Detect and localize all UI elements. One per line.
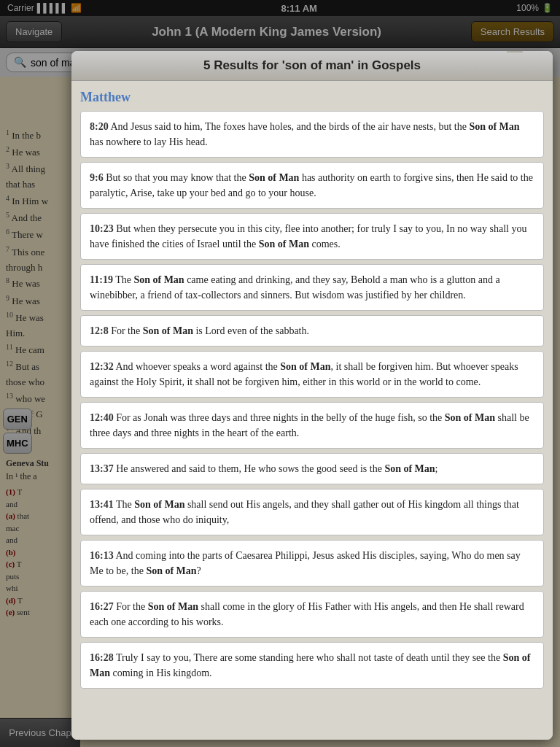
result-item-1628[interactable]: 16:28 Truly I say to you, There are some… — [80, 642, 544, 689]
section-matthew: Matthew — [80, 81, 544, 111]
result-item-1337[interactable]: 13:37 He answered and said to them, He w… — [80, 453, 544, 484]
result-item-1341[interactable]: 13:41 The Son of Man shall send out His … — [80, 489, 544, 535]
result-item-1023[interactable]: 10:23 But when they persecute you in thi… — [80, 213, 544, 260]
modal-header: 5 Results for 'son of man' in Gospels — [71, 51, 553, 81]
result-item-1119[interactable]: 11:19 The Son of Man came eating and dri… — [80, 264, 544, 311]
result-item-1240[interactable]: 12:40 For as Jonah was three days and th… — [80, 402, 544, 449]
result-item-1627[interactable]: 16:27 For the Son of Man shall come in t… — [80, 591, 544, 638]
result-item-1613[interactable]: 16:13 And coming into the parts of Caesa… — [80, 540, 544, 587]
result-item-128[interactable]: 12:8 For the Son of Man is Lord even of … — [80, 315, 544, 347]
modal-notch — [506, 51, 524, 53]
modal-body[interactable]: Matthew 8:20 And Jesus said to him, The … — [71, 81, 553, 740]
result-item-820[interactable]: 8:20 And Jesus said to him, The foxes ha… — [80, 111, 544, 158]
result-item-1232[interactable]: 12:32 And whoever speaks a word against … — [80, 351, 544, 398]
modal-title: 5 Results for 'son of man' in Gospels — [83, 58, 541, 73]
result-item-96[interactable]: 9:6 But so that you may know that the So… — [80, 162, 544, 209]
search-results-modal: 5 Results for 'son of man' in Gospels Ma… — [71, 51, 553, 740]
